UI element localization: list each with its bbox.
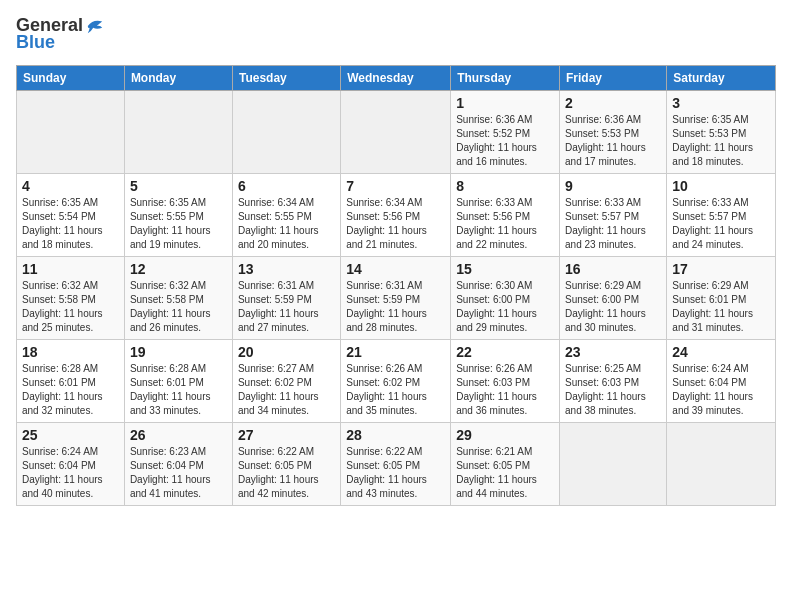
day-number: 1: [456, 95, 554, 111]
day-number: 26: [130, 427, 227, 443]
day-number: 11: [22, 261, 119, 277]
day-info: Sunrise: 6:22 AM Sunset: 6:05 PM Dayligh…: [346, 445, 445, 501]
day-info: Sunrise: 6:26 AM Sunset: 6:03 PM Dayligh…: [456, 362, 554, 418]
day-info: Sunrise: 6:27 AM Sunset: 6:02 PM Dayligh…: [238, 362, 335, 418]
calendar-cell: 26Sunrise: 6:23 AM Sunset: 6:04 PM Dayli…: [124, 422, 232, 505]
day-info: Sunrise: 6:25 AM Sunset: 6:03 PM Dayligh…: [565, 362, 661, 418]
day-info: Sunrise: 6:33 AM Sunset: 5:57 PM Dayligh…: [672, 196, 770, 252]
calendar-week-row: 11Sunrise: 6:32 AM Sunset: 5:58 PM Dayli…: [17, 256, 776, 339]
day-info: Sunrise: 6:31 AM Sunset: 5:59 PM Dayligh…: [238, 279, 335, 335]
day-info: Sunrise: 6:34 AM Sunset: 5:56 PM Dayligh…: [346, 196, 445, 252]
calendar-cell: [341, 90, 451, 173]
day-number: 15: [456, 261, 554, 277]
day-info: Sunrise: 6:33 AM Sunset: 5:57 PM Dayligh…: [565, 196, 661, 252]
day-number: 22: [456, 344, 554, 360]
day-info: Sunrise: 6:33 AM Sunset: 5:56 PM Dayligh…: [456, 196, 554, 252]
calendar-cell: 17Sunrise: 6:29 AM Sunset: 6:01 PM Dayli…: [667, 256, 776, 339]
logo-bird-icon: [86, 17, 104, 35]
calendar-cell: 27Sunrise: 6:22 AM Sunset: 6:05 PM Dayli…: [232, 422, 340, 505]
day-number: 9: [565, 178, 661, 194]
day-info: Sunrise: 6:22 AM Sunset: 6:05 PM Dayligh…: [238, 445, 335, 501]
calendar-week-row: 1Sunrise: 6:36 AM Sunset: 5:52 PM Daylig…: [17, 90, 776, 173]
day-number: 28: [346, 427, 445, 443]
day-number: 23: [565, 344, 661, 360]
calendar-week-row: 18Sunrise: 6:28 AM Sunset: 6:01 PM Dayli…: [17, 339, 776, 422]
calendar-cell: [232, 90, 340, 173]
day-info: Sunrise: 6:30 AM Sunset: 6:00 PM Dayligh…: [456, 279, 554, 335]
calendar-cell: [17, 90, 125, 173]
day-info: Sunrise: 6:21 AM Sunset: 6:05 PM Dayligh…: [456, 445, 554, 501]
calendar-cell: 6Sunrise: 6:34 AM Sunset: 5:55 PM Daylig…: [232, 173, 340, 256]
calendar-header-row: SundayMondayTuesdayWednesdayThursdayFrid…: [17, 65, 776, 90]
calendar-cell: [667, 422, 776, 505]
day-number: 10: [672, 178, 770, 194]
day-number: 20: [238, 344, 335, 360]
day-info: Sunrise: 6:31 AM Sunset: 5:59 PM Dayligh…: [346, 279, 445, 335]
day-info: Sunrise: 6:28 AM Sunset: 6:01 PM Dayligh…: [130, 362, 227, 418]
calendar-cell: 19Sunrise: 6:28 AM Sunset: 6:01 PM Dayli…: [124, 339, 232, 422]
column-header-tuesday: Tuesday: [232, 65, 340, 90]
day-number: 12: [130, 261, 227, 277]
column-header-wednesday: Wednesday: [341, 65, 451, 90]
calendar-cell: 7Sunrise: 6:34 AM Sunset: 5:56 PM Daylig…: [341, 173, 451, 256]
calendar-cell: 11Sunrise: 6:32 AM Sunset: 5:58 PM Dayli…: [17, 256, 125, 339]
calendar-cell: 29Sunrise: 6:21 AM Sunset: 6:05 PM Dayli…: [451, 422, 560, 505]
column-header-monday: Monday: [124, 65, 232, 90]
day-number: 8: [456, 178, 554, 194]
calendar-cell: 28Sunrise: 6:22 AM Sunset: 6:05 PM Dayli…: [341, 422, 451, 505]
day-number: 24: [672, 344, 770, 360]
day-number: 16: [565, 261, 661, 277]
header: General Blue: [16, 16, 776, 53]
calendar-cell: 5Sunrise: 6:35 AM Sunset: 5:55 PM Daylig…: [124, 173, 232, 256]
day-number: 19: [130, 344, 227, 360]
calendar-cell: [124, 90, 232, 173]
calendar-cell: 3Sunrise: 6:35 AM Sunset: 5:53 PM Daylig…: [667, 90, 776, 173]
calendar-week-row: 25Sunrise: 6:24 AM Sunset: 6:04 PM Dayli…: [17, 422, 776, 505]
calendar-cell: 9Sunrise: 6:33 AM Sunset: 5:57 PM Daylig…: [560, 173, 667, 256]
calendar-cell: 10Sunrise: 6:33 AM Sunset: 5:57 PM Dayli…: [667, 173, 776, 256]
day-number: 27: [238, 427, 335, 443]
day-number: 4: [22, 178, 119, 194]
day-info: Sunrise: 6:36 AM Sunset: 5:52 PM Dayligh…: [456, 113, 554, 169]
day-info: Sunrise: 6:36 AM Sunset: 5:53 PM Dayligh…: [565, 113, 661, 169]
day-number: 14: [346, 261, 445, 277]
day-info: Sunrise: 6:32 AM Sunset: 5:58 PM Dayligh…: [130, 279, 227, 335]
calendar-table: SundayMondayTuesdayWednesdayThursdayFrid…: [16, 65, 776, 506]
calendar-cell: 24Sunrise: 6:24 AM Sunset: 6:04 PM Dayli…: [667, 339, 776, 422]
calendar-cell: 14Sunrise: 6:31 AM Sunset: 5:59 PM Dayli…: [341, 256, 451, 339]
calendar-cell: 23Sunrise: 6:25 AM Sunset: 6:03 PM Dayli…: [560, 339, 667, 422]
day-info: Sunrise: 6:32 AM Sunset: 5:58 PM Dayligh…: [22, 279, 119, 335]
column-header-thursday: Thursday: [451, 65, 560, 90]
day-info: Sunrise: 6:35 AM Sunset: 5:53 PM Dayligh…: [672, 113, 770, 169]
day-number: 2: [565, 95, 661, 111]
day-info: Sunrise: 6:23 AM Sunset: 6:04 PM Dayligh…: [130, 445, 227, 501]
calendar-cell: 21Sunrise: 6:26 AM Sunset: 6:02 PM Dayli…: [341, 339, 451, 422]
calendar-cell: 25Sunrise: 6:24 AM Sunset: 6:04 PM Dayli…: [17, 422, 125, 505]
day-info: Sunrise: 6:26 AM Sunset: 6:02 PM Dayligh…: [346, 362, 445, 418]
calendar-cell: 13Sunrise: 6:31 AM Sunset: 5:59 PM Dayli…: [232, 256, 340, 339]
calendar-cell: 16Sunrise: 6:29 AM Sunset: 6:00 PM Dayli…: [560, 256, 667, 339]
day-info: Sunrise: 6:28 AM Sunset: 6:01 PM Dayligh…: [22, 362, 119, 418]
calendar-cell: [560, 422, 667, 505]
day-info: Sunrise: 6:24 AM Sunset: 6:04 PM Dayligh…: [22, 445, 119, 501]
calendar-cell: 15Sunrise: 6:30 AM Sunset: 6:00 PM Dayli…: [451, 256, 560, 339]
calendar-cell: 12Sunrise: 6:32 AM Sunset: 5:58 PM Dayli…: [124, 256, 232, 339]
calendar-cell: 18Sunrise: 6:28 AM Sunset: 6:01 PM Dayli…: [17, 339, 125, 422]
day-number: 25: [22, 427, 119, 443]
calendar-cell: 22Sunrise: 6:26 AM Sunset: 6:03 PM Dayli…: [451, 339, 560, 422]
calendar-cell: 1Sunrise: 6:36 AM Sunset: 5:52 PM Daylig…: [451, 90, 560, 173]
day-number: 17: [672, 261, 770, 277]
day-number: 29: [456, 427, 554, 443]
calendar-cell: 2Sunrise: 6:36 AM Sunset: 5:53 PM Daylig…: [560, 90, 667, 173]
calendar-cell: 20Sunrise: 6:27 AM Sunset: 6:02 PM Dayli…: [232, 339, 340, 422]
day-number: 6: [238, 178, 335, 194]
day-info: Sunrise: 6:29 AM Sunset: 6:00 PM Dayligh…: [565, 279, 661, 335]
day-info: Sunrise: 6:35 AM Sunset: 5:54 PM Dayligh…: [22, 196, 119, 252]
calendar-cell: 8Sunrise: 6:33 AM Sunset: 5:56 PM Daylig…: [451, 173, 560, 256]
logo: General Blue: [16, 16, 104, 53]
day-info: Sunrise: 6:35 AM Sunset: 5:55 PM Dayligh…: [130, 196, 227, 252]
day-number: 5: [130, 178, 227, 194]
calendar-cell: 4Sunrise: 6:35 AM Sunset: 5:54 PM Daylig…: [17, 173, 125, 256]
calendar-week-row: 4Sunrise: 6:35 AM Sunset: 5:54 PM Daylig…: [17, 173, 776, 256]
day-info: Sunrise: 6:24 AM Sunset: 6:04 PM Dayligh…: [672, 362, 770, 418]
